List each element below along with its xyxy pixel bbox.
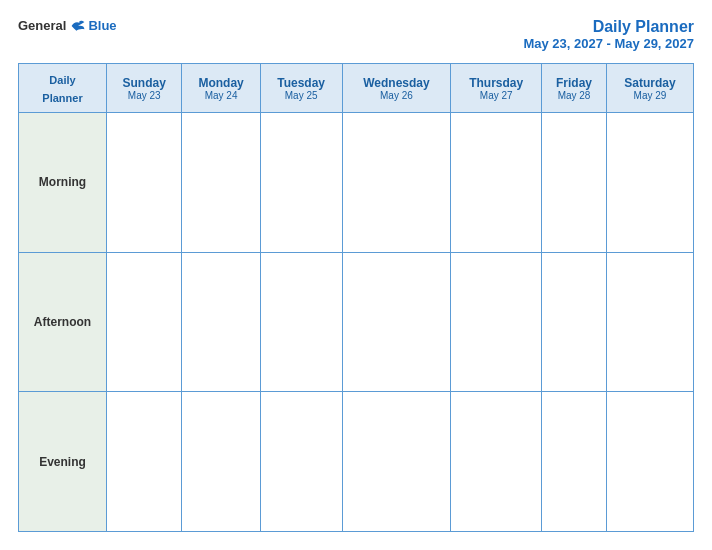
afternoon-friday-cell[interactable]: [542, 252, 607, 392]
thursday-date: May 27: [455, 90, 537, 101]
friday-label: Friday: [546, 76, 602, 90]
afternoon-tuesday-cell[interactable]: [260, 252, 342, 392]
morning-wednesday-cell[interactable]: [342, 113, 451, 253]
evening-saturday-cell[interactable]: [606, 392, 693, 532]
morning-friday-cell[interactable]: [542, 113, 607, 253]
evening-monday-cell[interactable]: [182, 392, 260, 532]
logo-blue-text: Blue: [88, 18, 116, 33]
col-header-wednesday: Wednesday May 26: [342, 64, 451, 113]
tuesday-date: May 25: [265, 90, 338, 101]
afternoon-wednesday-cell[interactable]: [342, 252, 451, 392]
morning-monday-cell[interactable]: [182, 113, 260, 253]
evening-friday-cell[interactable]: [542, 392, 607, 532]
afternoon-sunday-cell[interactable]: [107, 252, 182, 392]
daily-planner-label: DailyPlanner: [42, 74, 82, 104]
header: General Blue Daily Planner May 23, 2027 …: [18, 18, 694, 51]
col-header-sunday: Sunday May 23: [107, 64, 182, 113]
morning-thursday-cell[interactable]: [451, 113, 542, 253]
morning-label: Morning: [19, 113, 107, 253]
col-header-saturday: Saturday May 29: [606, 64, 693, 113]
page: General Blue Daily Planner May 23, 2027 …: [0, 0, 712, 550]
date-range: May 23, 2027 - May 29, 2027: [523, 36, 694, 51]
table-row-evening: Evening: [19, 392, 694, 532]
saturday-label: Saturday: [611, 76, 689, 90]
col-header-monday: Monday May 24: [182, 64, 260, 113]
table-row-afternoon: Afternoon: [19, 252, 694, 392]
col-header-tuesday: Tuesday May 25: [260, 64, 342, 113]
afternoon-thursday-cell[interactable]: [451, 252, 542, 392]
sunday-label: Sunday: [111, 76, 177, 90]
wednesday-date: May 26: [347, 90, 447, 101]
planner-title: Daily Planner: [523, 18, 694, 36]
morning-sunday-cell[interactable]: [107, 113, 182, 253]
thursday-label: Thursday: [455, 76, 537, 90]
title-area: Daily Planner May 23, 2027 - May 29, 202…: [523, 18, 694, 51]
logo-bird-icon: [70, 19, 86, 33]
monday-label: Monday: [186, 76, 255, 90]
logo-area: General Blue: [18, 18, 117, 33]
friday-date: May 28: [546, 90, 602, 101]
evening-tuesday-cell[interactable]: [260, 392, 342, 532]
afternoon-saturday-cell[interactable]: [606, 252, 693, 392]
morning-tuesday-cell[interactable]: [260, 113, 342, 253]
evening-thursday-cell[interactable]: [451, 392, 542, 532]
logo-general-text: General: [18, 18, 66, 33]
afternoon-monday-cell[interactable]: [182, 252, 260, 392]
monday-date: May 24: [186, 90, 255, 101]
planner-table: DailyPlanner Sunday May 23 Monday May 24…: [18, 63, 694, 532]
evening-sunday-cell[interactable]: [107, 392, 182, 532]
table-row-morning: Morning: [19, 113, 694, 253]
col-header-thursday: Thursday May 27: [451, 64, 542, 113]
logo-text: General Blue: [18, 18, 117, 33]
afternoon-label: Afternoon: [19, 252, 107, 392]
tuesday-label: Tuesday: [265, 76, 338, 90]
morning-saturday-cell[interactable]: [606, 113, 693, 253]
col-header-friday: Friday May 28: [542, 64, 607, 113]
evening-wednesday-cell[interactable]: [342, 392, 451, 532]
sunday-date: May 23: [111, 90, 177, 101]
wednesday-label: Wednesday: [347, 76, 447, 90]
evening-label: Evening: [19, 392, 107, 532]
saturday-date: May 29: [611, 90, 689, 101]
table-header-row: DailyPlanner Sunday May 23 Monday May 24…: [19, 64, 694, 113]
col-header-label: DailyPlanner: [19, 64, 107, 113]
